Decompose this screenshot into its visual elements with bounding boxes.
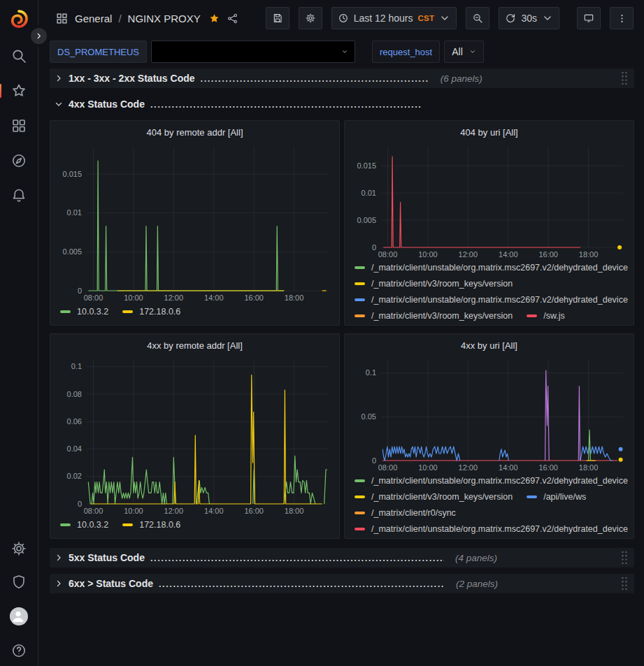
row-title: 4xx Status Code xyxy=(69,99,145,110)
time-series-chart[interactable]: 00.020.040.060.080.108:0010:0012:0014:00… xyxy=(55,354,335,516)
panel-title[interactable]: 404 by uri [All] xyxy=(349,124,629,140)
explore-compass-icon[interactable] xyxy=(10,152,27,169)
search-icon[interactable] xyxy=(10,48,27,64)
svg-text:16:00: 16:00 xyxy=(244,294,264,302)
refresh-interval-picker[interactable]: 30s xyxy=(499,7,559,29)
starred-dashboards-icon[interactable] xyxy=(10,82,27,99)
grafana-logo[interactable] xyxy=(8,8,29,29)
legend-row: /_matrix/client/unstable/org.matrix.msc2… xyxy=(355,521,629,534)
legend-swatch xyxy=(355,479,365,482)
time-series-chart[interactable]: 00.050.108:0010:0012:0014:0016:0018:00 xyxy=(349,354,629,472)
legend-item[interactable]: /_matrix/client/v3/room_keys/version xyxy=(355,492,513,502)
row-panel-count: (6 panels) xyxy=(441,73,482,84)
legend-item[interactable]: /_matrix/client/unstable/org.matrix.msc2… xyxy=(355,476,628,486)
legend-swatch xyxy=(355,495,365,498)
svg-text:10:00: 10:00 xyxy=(418,250,438,259)
chart-legend: /_matrix/client/unstable/org.matrix.msc2… xyxy=(349,472,629,534)
favorite-star-icon[interactable] xyxy=(208,13,220,24)
legend-label: 172.18.0.6 xyxy=(139,307,180,317)
legend-swatch xyxy=(355,298,365,301)
apps-grid-icon xyxy=(55,12,69,25)
row-1xx-3xx-2xx-status-code[interactable]: 1xx - 3xx - 2xx Status Code ............… xyxy=(50,68,634,88)
legend-row: /_matrix/client/v3/room_keys/version xyxy=(355,275,629,291)
legend-item[interactable]: /api/live/ws xyxy=(527,492,586,502)
svg-text:12:00: 12:00 xyxy=(164,507,184,515)
server-admin-shield-icon[interactable] xyxy=(10,574,27,591)
legend-label: /_matrix/client/unstable/org.matrix.msc2… xyxy=(371,524,628,534)
panel-title[interactable]: 4xx by remote addr [All] xyxy=(55,337,335,354)
request-host-select[interactable]: All xyxy=(444,41,484,63)
legend-item[interactable]: 172.18.0.6 xyxy=(122,307,180,317)
help-icon[interactable] xyxy=(10,642,27,659)
legend-label: /_matrix/client/unstable/org.matrix.msc2… xyxy=(371,295,628,305)
legend-item[interactable]: /_matrix/client/unstable/org.matrix.msc2… xyxy=(355,263,628,273)
sidebar-expand-chevron-icon[interactable] xyxy=(31,28,47,44)
row-4xx-status-code[interactable]: 4xx Status Code ........................… xyxy=(50,94,634,114)
panel-4xx-by-uri: 4xx by uri [All] 00.050.108:0010:0012:00… xyxy=(344,333,634,539)
share-icon[interactable] xyxy=(227,13,238,24)
drag-handle-icon[interactable] xyxy=(620,550,629,565)
legend-item[interactable]: /_matrix/client/r0/sync xyxy=(355,508,456,518)
row-panel-count: (4 panels) xyxy=(455,553,497,563)
svg-text:18:00: 18:00 xyxy=(579,250,599,259)
legend-item[interactable]: /_matrix/client/unstable/org.matrix.msc2… xyxy=(355,295,628,305)
request-host-value: All xyxy=(452,46,463,57)
legend-swatch xyxy=(355,282,365,285)
zoom-out-button[interactable] xyxy=(466,7,489,29)
kebab-menu-icon[interactable] xyxy=(610,7,634,29)
panel-title[interactable]: 404 by remote addr [All] xyxy=(55,124,335,140)
datasource-select[interactable] xyxy=(151,41,355,63)
legend-label: /_matrix/client/unstable/org.matrix.msc2… xyxy=(371,263,628,273)
row-chevron-icon xyxy=(55,74,63,82)
row-leader-dots: ........................................… xyxy=(150,99,422,110)
svg-text:0.08: 0.08 xyxy=(67,390,82,398)
legend-item[interactable]: /_matrix/client/unstable/org.matrix.msc2… xyxy=(355,524,628,534)
panel-title[interactable]: 4xx by uri [All] xyxy=(349,337,629,354)
datasource-variable-label: DS_PROMETHEUS xyxy=(50,41,147,63)
legend-swatch xyxy=(527,314,537,317)
legend-item[interactable]: 172.18.0.6 xyxy=(122,520,180,530)
svg-text:0.02: 0.02 xyxy=(67,472,82,480)
page-title[interactable]: NGINX PROXY xyxy=(128,13,201,24)
svg-text:0.1: 0.1 xyxy=(71,362,82,370)
legend-label: 172.18.0.6 xyxy=(139,520,180,530)
row-title: 5xx Status Code xyxy=(69,552,145,563)
time-series-chart[interactable]: 00.0050.010.01508:0010:0012:0014:0016:00… xyxy=(349,140,629,259)
settings-gear-icon[interactable] xyxy=(10,540,27,557)
legend-item[interactable]: 10.0.3.2 xyxy=(60,307,108,317)
legend-row: /_matrix/client/unstable/org.matrix.msc2… xyxy=(355,472,629,488)
user-avatar[interactable] xyxy=(10,607,28,625)
legend-row: /_matrix/client/r0/sync xyxy=(355,505,629,521)
legend-item[interactable]: /_matrix/client/v3/room_keys/version xyxy=(355,279,513,289)
dashboards-grid-icon[interactable] xyxy=(10,117,27,134)
drag-handle-icon[interactable] xyxy=(620,576,629,591)
dashboard-settings-gear-icon[interactable] xyxy=(299,7,322,29)
alerting-bell-icon[interactable] xyxy=(10,187,27,204)
legend-item[interactable]: 10.0.3.2 xyxy=(60,520,108,530)
time-series-chart[interactable]: 00.0050.010.01508:0010:0012:0014:0016:00… xyxy=(55,140,335,303)
legend-row: /_matrix/client/unstable/org.matrix.msc2… xyxy=(355,291,629,307)
svg-text:16:00: 16:00 xyxy=(244,507,264,515)
legend-item[interactable]: /sw.js xyxy=(527,311,565,321)
legend-swatch xyxy=(60,523,71,526)
chevron-down-icon xyxy=(439,13,450,24)
legend-label: /_matrix/client/v3/room_keys/version xyxy=(371,492,513,502)
svg-text:18:00: 18:00 xyxy=(285,507,304,515)
legend-item[interactable]: /_matrix/client/v3/room_keys/version xyxy=(355,311,513,321)
row-6xx-status-code[interactable]: 6xx > Status Code ......................… xyxy=(50,574,634,593)
legend-row: /_matrix/client/v3/room_keys/version/api… xyxy=(355,488,629,505)
drag-handle-icon[interactable] xyxy=(620,71,629,86)
legend-swatch xyxy=(527,495,537,498)
time-range-picker[interactable]: Last 12 hours CST xyxy=(331,7,457,29)
row-5xx-status-code[interactable]: 5xx Status Code ........................… xyxy=(50,548,634,567)
chart-svg: 00.050.108:0010:0012:0014:0016:0018:00 xyxy=(349,354,629,472)
tv-mode-button[interactable] xyxy=(577,7,601,29)
save-button[interactable] xyxy=(266,7,289,29)
row-chevron-icon xyxy=(55,553,63,562)
time-range-label: Last 12 hours xyxy=(354,13,413,24)
legend-swatch xyxy=(355,314,365,317)
refresh-interval-label: 30s xyxy=(521,13,537,24)
row-panel-count: (2 panels) xyxy=(456,579,498,589)
breadcrumb-section[interactable]: General xyxy=(75,13,112,24)
svg-text:08:00: 08:00 xyxy=(378,463,398,472)
